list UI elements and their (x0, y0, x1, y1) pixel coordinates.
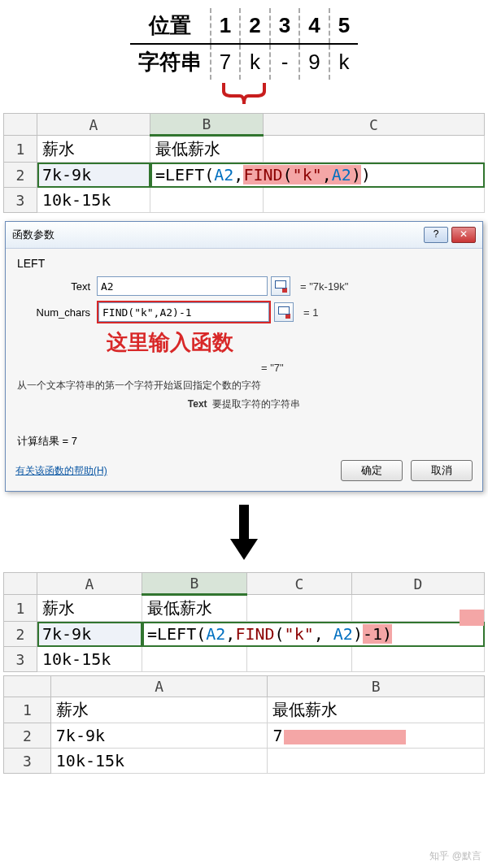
cell-A3[interactable]: 10k-15k (50, 749, 268, 774)
range-picker-icon[interactable] (271, 276, 290, 296)
function-result: = "7" (261, 362, 471, 374)
cancel-button[interactable]: 取消 (411, 460, 473, 481)
cell-A2[interactable]: 7k-9k (50, 723, 268, 749)
position-table: 位置 1 2 3 4 5 字符串 7 k - 9 k (130, 8, 358, 80)
param-text-row: Text = "7k-19k" (17, 276, 471, 296)
cell-A1[interactable]: 薪水 (37, 136, 150, 163)
cell-C3[interactable] (247, 647, 352, 672)
cell-B3[interactable] (268, 749, 485, 774)
param-description: Text 要提取字符的字符串 (17, 397, 471, 411)
excel-grid-3: A B 1 薪水 最低薪水 2 7k-9k 7 3 10k-15k (3, 675, 485, 774)
range-picker-icon[interactable] (274, 302, 294, 322)
cell-A3[interactable]: 10k-15k (37, 188, 150, 213)
row-header[interactable]: 3 (4, 647, 37, 672)
cell-B1[interactable]: 最低薪水 (150, 136, 264, 163)
row-header[interactable]: 1 (4, 595, 37, 622)
corner-cell[interactable] (4, 114, 37, 136)
col-header-B[interactable]: B (268, 676, 485, 697)
col-header-B[interactable]: B (150, 114, 264, 136)
col-header-A[interactable]: A (37, 114, 150, 136)
function-description: 从一个文本字符串的第一个字符开始返回指定个数的字符 (17, 379, 471, 393)
row-header[interactable]: 2 (4, 723, 51, 749)
dialog-titlebar[interactable]: 函数参数 ? ✕ (6, 222, 482, 249)
cell-B2-formula[interactable]: =LEFT(A2,FIND("k",A2)) (150, 163, 485, 188)
cell-A2[interactable]: 7k-9k (37, 163, 150, 188)
char-label: 字符串 (130, 44, 211, 80)
close-button[interactable]: ✕ (451, 227, 476, 243)
col-header-C[interactable]: C (264, 114, 485, 136)
excel-grid-1: A B C 1 薪水 最低薪水 2 7k-9k =LEFT(A2,FIND("k… (3, 113, 485, 213)
row-header[interactable]: 2 (4, 622, 37, 647)
cell-B2[interactable]: 7 (268, 723, 485, 749)
function-name: LEFT (17, 257, 471, 270)
callout-text: 这里输入函数 (107, 328, 471, 357)
excel-grid-2: A B C D 1 薪水 最低薪水 2 7k-9k =LEFT(A2,FIND(… (3, 572, 485, 672)
help-link[interactable]: 有关该函数的帮助(H) (15, 464, 107, 478)
col-header-A[interactable]: A (50, 676, 268, 697)
cell-A1[interactable]: 薪水 (50, 697, 268, 723)
dialog-title: 函数参数 (12, 228, 54, 242)
pos-label: 位置 (130, 8, 211, 44)
arrow-down-icon (0, 505, 488, 564)
param-label: Num_chars (17, 306, 97, 319)
col-header-D[interactable]: D (352, 573, 485, 595)
svg-rect-0 (239, 505, 249, 539)
row-header[interactable]: 1 (4, 136, 37, 163)
param-numchars-row: Num_chars = 1 (17, 301, 471, 323)
param-result: = 1 (303, 306, 318, 319)
cell-A1[interactable]: 薪水 (37, 595, 142, 622)
param-text-input[interactable] (97, 276, 268, 296)
cell-C1[interactable] (247, 595, 352, 622)
function-arguments-dialog: 函数参数 ? ✕ LEFT Text = "7k-19k" Num_chars … (5, 221, 483, 492)
row-header[interactable]: 1 (4, 697, 51, 723)
cell-A3[interactable]: 10k-15k (37, 647, 142, 672)
col-header-B[interactable]: B (142, 573, 247, 595)
param-result: = "7k-19k" (300, 280, 348, 293)
cell-B3[interactable] (150, 188, 264, 213)
cell-B3[interactable] (142, 647, 247, 672)
param-numchars-input[interactable] (98, 302, 269, 322)
ok-button[interactable]: 确定 (341, 460, 403, 481)
cell-B1[interactable]: 最低薪水 (142, 595, 247, 622)
calc-result: 计算结果 = 7 (17, 434, 471, 449)
param-label: Text (17, 280, 97, 293)
row-header[interactable]: 2 (4, 163, 37, 188)
svg-marker-1 (230, 539, 258, 560)
cell-B1[interactable]: 最低薪水 (268, 697, 485, 723)
bracket-icon (0, 81, 488, 108)
col-header-A[interactable]: A (37, 573, 142, 595)
cell-A2[interactable]: 7k-9k (37, 622, 142, 647)
cell-D3[interactable] (352, 647, 485, 672)
row-header[interactable]: 3 (4, 749, 51, 774)
row-header[interactable]: 3 (4, 188, 37, 213)
cell-B2-formula[interactable]: =LEFT(A2,FIND("k", A2)-1) (142, 622, 485, 647)
cell-C3[interactable] (264, 188, 485, 213)
cell-C1[interactable] (264, 136, 485, 163)
help-button[interactable]: ? (424, 227, 448, 243)
col-header-C[interactable]: C (247, 573, 352, 595)
cell-D1[interactable] (352, 595, 485, 622)
